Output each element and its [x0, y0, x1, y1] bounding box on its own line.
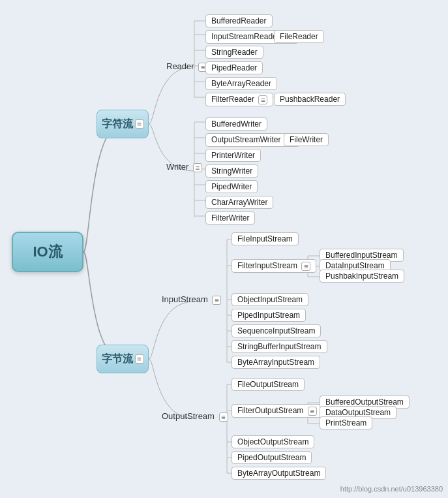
leaf-fileoutputstream: FileOutputStream: [231, 378, 305, 391]
leaf-pushbakinputstream: PushbakInputStream: [320, 270, 404, 283]
leaf-filterwriter: FilterWriter: [205, 211, 255, 225]
leaf-printerwriter: PrinterWriter: [205, 149, 261, 162]
leaf-bytearrayinputstream: ByteArrayInputStream: [231, 356, 320, 369]
leaf-sequenceinputstream: SequenceInputStream: [231, 324, 321, 337]
leaf-pipedinputstream: PipedInputStream: [231, 309, 306, 322]
outputstream-collapse[interactable]: ≡: [219, 412, 228, 422]
leaf-bufferedwriter: BufferedWriter: [205, 117, 267, 131]
leaf-bytearrayreader: ByteArrayReader: [205, 77, 277, 90]
leaf-bufferedreader: BufferedReader: [205, 14, 273, 27]
root-label: IO流: [33, 242, 62, 262]
writer-label: Writer: [166, 162, 188, 172]
inputstream-label: InputStream: [162, 294, 208, 304]
leaf-objectinputstream: ObjectInputStream: [231, 293, 308, 306]
charstream-label: 字符流: [102, 117, 133, 131]
leaf-pipedoutputstream: PipedOutputStream: [231, 451, 312, 464]
watermark: http://blog.csdn.net/u013963380: [340, 485, 443, 493]
leaf-filteroutputstream: FilterOutputStream ≡: [231, 404, 323, 418]
leaf-filewriter: FileWriter: [284, 133, 329, 146]
charstream-collapse[interactable]: =: [135, 119, 144, 129]
leaf-stringbufferinputstream: StringBufferInputStream: [231, 340, 327, 353]
inputstream-node: InputStream ≡: [162, 294, 221, 305]
leaf-stringwriter: StringWriter: [205, 164, 258, 178]
fr-collapse[interactable]: ≡: [258, 95, 267, 104]
writer-node: Writer ≡: [166, 162, 202, 172]
reader-label: Reader: [166, 61, 194, 71]
leaf-fileinputstream: FileInputStream: [231, 232, 299, 245]
leaf-pipedwriter: PipedWriter: [205, 180, 258, 193]
bytestream-node: 字节流 =: [97, 345, 149, 373]
outputstream-node: OutputStream ≡: [162, 411, 228, 422]
leaf-pipedreader: PipedReader: [205, 61, 263, 74]
outputstream-label: OutputStream: [162, 411, 215, 421]
bytestream-collapse[interactable]: =: [135, 354, 144, 364]
reader-node: Reader ≡: [166, 61, 207, 72]
charstream-node: 字符流 =: [97, 110, 149, 138]
leaf-pushbackreader: PushbackReader: [274, 93, 346, 106]
leaf-stringreader: StringReader: [205, 46, 263, 59]
root-node: IO流: [12, 232, 83, 272]
fos-collapse[interactable]: ≡: [308, 407, 317, 416]
leaf-bytearrayoutputstream: ByteArrayOutputStream: [231, 467, 326, 480]
inputstream-collapse[interactable]: ≡: [212, 296, 221, 305]
fis-collapse[interactable]: ≡: [301, 262, 310, 271]
bytestream-label: 字节流: [102, 352, 133, 366]
leaf-objectoutputstream: ObjectOutputStream: [231, 435, 314, 448]
leaf-filereader: FileReader: [274, 30, 324, 43]
leaf-filterinputstream: FilterInputStream ≡: [231, 259, 316, 273]
leaf-printstream: PrintStream: [320, 416, 372, 429]
writer-collapse[interactable]: ≡: [193, 163, 202, 172]
leaf-chararraywriter: CharArrayWriter: [205, 196, 273, 209]
leaf-filterreader: FilterReader ≡: [205, 93, 273, 106]
